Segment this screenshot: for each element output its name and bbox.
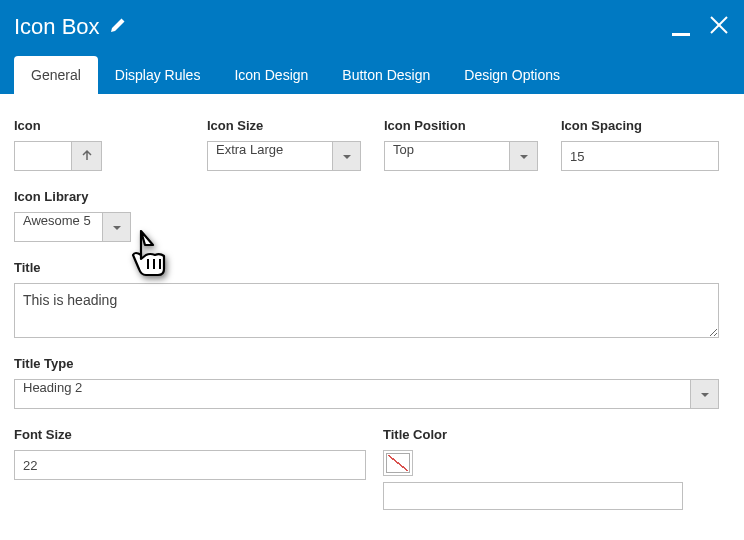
field-icon: Icon	[14, 118, 207, 171]
label-icon: Icon	[14, 118, 207, 133]
row-icon-basics: Icon Icon Size Extra Large Icon Positio	[14, 118, 730, 171]
close-icon[interactable]	[708, 14, 730, 40]
tab-button-design[interactable]: Button Design	[325, 56, 447, 94]
field-title-color: Title Color	[383, 427, 683, 510]
field-icon-spacing: Icon Spacing	[561, 118, 721, 171]
tab-general[interactable]: General	[14, 56, 98, 94]
field-icon-library: Icon Library Awesome 5	[14, 189, 144, 242]
select-title-type-toggle[interactable]	[691, 379, 719, 409]
tab-display-rules[interactable]: Display Rules	[98, 56, 218, 94]
row-title: Title	[14, 260, 730, 338]
select-title-type[interactable]: Heading 2	[14, 379, 719, 409]
input-font-size[interactable]	[14, 450, 366, 480]
select-icon-position-value: Top	[384, 141, 510, 171]
field-font-size: Font Size	[14, 427, 366, 510]
tabs-bar: General Display Rules Icon Design Button…	[0, 53, 744, 94]
dialog-header: Icon Box	[0, 0, 744, 53]
header-left: Icon Box	[14, 14, 126, 40]
row-title-type: Title Type Heading 2	[14, 356, 730, 409]
chevron-down-icon	[343, 147, 351, 165]
tab-icon-design[interactable]: Icon Design	[217, 56, 325, 94]
icon-upload-button[interactable]	[72, 141, 102, 171]
label-icon-library: Icon Library	[14, 189, 144, 204]
select-icon-library-toggle[interactable]	[103, 212, 131, 242]
select-icon-size-value: Extra Large	[207, 141, 333, 171]
field-title-type: Title Type Heading 2	[14, 356, 719, 409]
chevron-down-icon	[113, 218, 121, 236]
row-font-color: Font Size Title Color	[14, 427, 730, 510]
icon-preview-input[interactable]	[14, 141, 72, 171]
header-controls	[672, 14, 730, 40]
chevron-down-icon	[701, 385, 709, 403]
minimize-icon[interactable]	[672, 33, 690, 36]
icon-input-group	[14, 141, 207, 171]
select-icon-size-toggle[interactable]	[333, 141, 361, 171]
tab-content: Icon Icon Size Extra Large Icon Positio	[0, 94, 744, 540]
dialog-title: Icon Box	[14, 14, 100, 40]
label-font-size: Font Size	[14, 427, 366, 442]
select-icon-library[interactable]: Awesome 5	[14, 212, 131, 242]
input-icon-spacing[interactable]	[561, 141, 719, 171]
textarea-title[interactable]	[14, 283, 719, 338]
select-icon-position[interactable]: Top	[384, 141, 538, 171]
select-icon-size[interactable]: Extra Large	[207, 141, 361, 171]
input-title-color[interactable]	[383, 482, 683, 510]
field-title: Title	[14, 260, 719, 338]
label-icon-size: Icon Size	[207, 118, 384, 133]
chevron-down-icon	[520, 147, 528, 165]
color-swatch-none[interactable]	[383, 450, 413, 476]
edit-title-icon[interactable]	[110, 17, 126, 37]
select-icon-position-toggle[interactable]	[510, 141, 538, 171]
field-icon-size: Icon Size Extra Large	[207, 118, 384, 171]
label-title-type: Title Type	[14, 356, 719, 371]
field-icon-position: Icon Position Top	[384, 118, 561, 171]
row-icon-library: Icon Library Awesome 5	[14, 189, 730, 242]
label-title-color: Title Color	[383, 427, 683, 442]
label-icon-position: Icon Position	[384, 118, 561, 133]
label-icon-spacing: Icon Spacing	[561, 118, 721, 133]
upload-arrow-icon	[81, 147, 93, 165]
label-title: Title	[14, 260, 719, 275]
tab-design-options[interactable]: Design Options	[447, 56, 577, 94]
select-icon-library-value: Awesome 5	[14, 212, 103, 242]
select-title-type-value: Heading 2	[14, 379, 691, 409]
